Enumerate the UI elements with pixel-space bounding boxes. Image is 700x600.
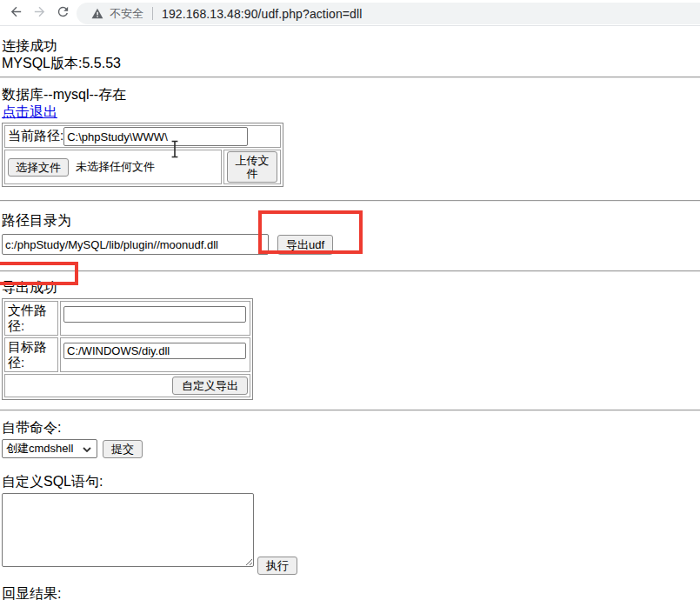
mysql-version-text: MYSQL版本:5.5.53 — [2, 56, 121, 70]
browser-toolbar: 不安全 192.168.13.48:90/udf.php?action=dll — [0, 0, 700, 26]
builtin-command-select[interactable]: 创建cmdshell — [2, 439, 97, 458]
file-path-input[interactable] — [63, 306, 246, 323]
custom-export-button[interactable]: 自定义导出 — [172, 377, 248, 395]
custom-export-button-cell: 自定义导出 — [4, 374, 250, 397]
custom-sql-label: 自定义SQL语句: — [2, 473, 700, 490]
upload-file-button[interactable]: 上传文件 — [227, 151, 277, 183]
back-button[interactable] — [8, 5, 24, 22]
builtin-command-row: 创建cmdshell 提交 — [2, 439, 700, 458]
browser-window: { "browser": { "url": "192.168.13.48:90/… — [0, 0, 700, 600]
choose-file-button[interactable]: 选择文件 — [8, 158, 69, 177]
not-secure-warning-icon[interactable] — [91, 8, 103, 19]
file-input-cell: 选择文件 未选择任何文件 — [4, 150, 222, 184]
export-udf-button[interactable]: 导出udf — [277, 235, 333, 255]
upload-table: 当前路径: 选择文件 未选择任何文件 上传文件 — [2, 123, 283, 187]
builtin-command-label: 自带命令: — [2, 419, 700, 437]
divider — [0, 200, 700, 202]
upload-button-cell: 上传文件 — [223, 150, 281, 184]
udf-dll-path-input[interactable] — [2, 234, 269, 255]
custom-export-table: 文件路径: 目标路径: 自定义导出 — [2, 298, 253, 400]
export-success-message: 导出成功 — [2, 279, 700, 297]
target-path-cell — [60, 337, 250, 372]
submit-command-button[interactable]: 提交 — [103, 440, 143, 458]
security-status-label: 不安全 — [110, 6, 143, 22]
connection-status: 连接成功 MYSQL版本:5.5.53 — [2, 37, 700, 72]
connect-success-text: 连接成功 — [2, 38, 57, 53]
reload-icon — [56, 4, 70, 23]
page-content: 连接成功 MYSQL版本:5.5.53 数据库--mysql--存在 点击退出 … — [0, 37, 700, 600]
back-icon — [9, 4, 23, 23]
file-path-label: 文件路径: — [4, 301, 58, 336]
file-path-cell — [60, 301, 250, 336]
custom-sql-row: 执行 — [2, 493, 700, 567]
address-bar[interactable]: 不安全 192.168.13.48:90/udf.php?action=dll — [77, 3, 700, 24]
database-status: 数据库--mysql--存在 点击退出 — [2, 86, 700, 121]
udf-export-row: 导出udf — [2, 234, 700, 255]
current-path-cell: 当前路径: — [4, 125, 281, 148]
omnibox-divider — [152, 7, 153, 20]
forward-button[interactable] — [31, 5, 48, 22]
custom-sql-textarea[interactable] — [2, 493, 254, 567]
target-path-input[interactable] — [63, 343, 246, 359]
forward-icon — [32, 4, 47, 23]
divider — [0, 270, 700, 272]
current-path-label: 当前路径: — [8, 128, 63, 143]
no-file-chosen-label: 未选择任何文件 — [76, 158, 155, 176]
divider — [0, 410, 700, 411]
url-text[interactable]: 192.168.13.48:90/udf.php?action=dll — [162, 7, 362, 21]
divider — [0, 77, 700, 78]
target-path-label: 目标路径: — [4, 337, 58, 372]
file-input[interactable]: 选择文件 未选择任何文件 — [8, 158, 218, 177]
database-exists-text: 数据库--mysql--存在 — [2, 87, 126, 102]
echo-result-label: 回显结果: — [2, 585, 700, 600]
logout-link[interactable]: 点击退出 — [2, 104, 57, 119]
execute-sql-button[interactable]: 执行 — [257, 557, 297, 575]
chevron-down-icon — [83, 440, 91, 457]
reload-button[interactable] — [55, 5, 71, 22]
udf-path-title: 路径目录为 — [2, 212, 700, 230]
selected-command-option: 创建cmdshell — [6, 440, 73, 457]
current-path-input[interactable] — [63, 127, 248, 146]
